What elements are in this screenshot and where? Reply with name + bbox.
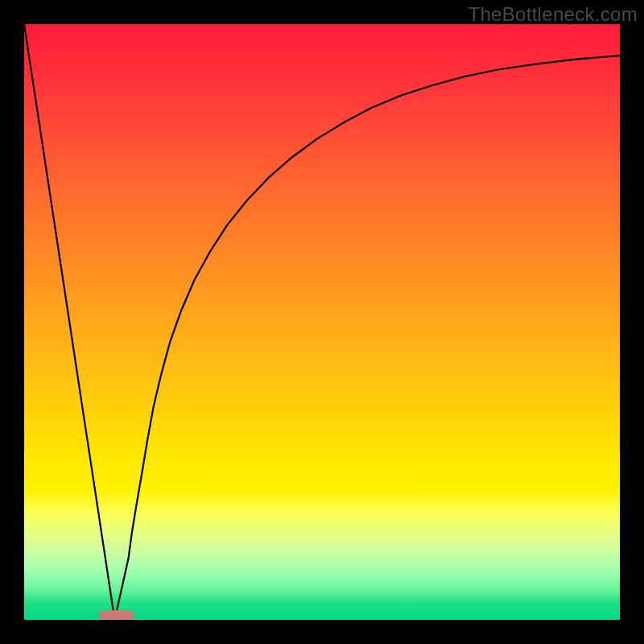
chart-frame: TheBottleneck.com — [0, 0, 644, 644]
plot-area — [24, 24, 620, 620]
optimal-marker — [99, 610, 134, 620]
watermark-text: TheBottleneck.com — [468, 3, 638, 26]
bottleneck-curve — [24, 24, 620, 620]
